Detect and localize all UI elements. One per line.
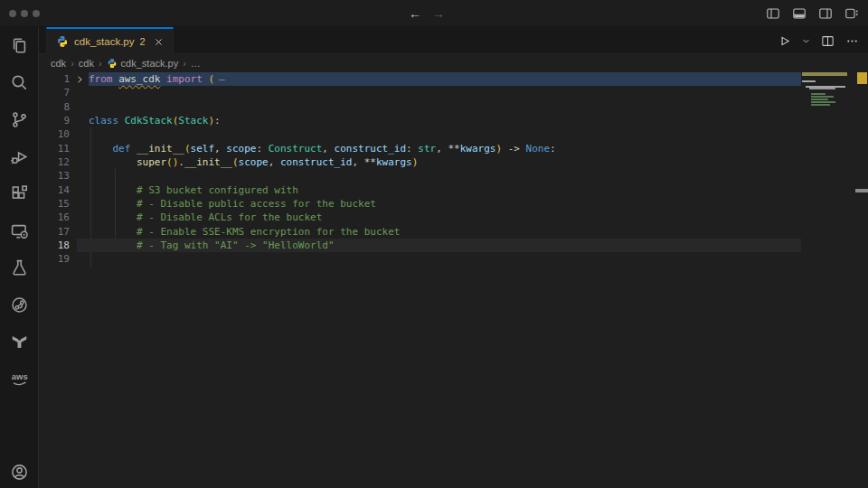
python-icon xyxy=(107,58,118,69)
activity-bar-item-terraform[interactable] xyxy=(0,324,39,361)
close-window-button[interactable] xyxy=(9,10,16,17)
fold-collapsed-icon[interactable] xyxy=(75,75,84,84)
layout-controls xyxy=(766,0,859,27)
toggle-primary-sidebar-icon[interactable] xyxy=(766,6,780,21)
activity-bar-item-explorer[interactable] xyxy=(0,27,39,64)
editor[interactable]: 1 from aws_cdk import (– 7 8 xyxy=(39,72,868,488)
activity-bar-item-source-control[interactable] xyxy=(0,101,39,138)
breadcrumb-separator: › xyxy=(182,58,187,69)
editor-actions xyxy=(778,27,859,54)
code-line[interactable]: 15 # - Disable public access for the buc… xyxy=(39,197,868,211)
code-line[interactable]: 19 xyxy=(39,252,868,266)
cursor-marker xyxy=(855,189,868,192)
terraform-icon xyxy=(10,333,29,352)
line-number[interactable]: 16 xyxy=(39,211,70,224)
code-line[interactable]: 13 xyxy=(39,169,868,183)
extensions-icon xyxy=(10,184,29,203)
minimap-line xyxy=(802,72,847,76)
tab-label: cdk_stack.py xyxy=(74,36,134,47)
explorer-icon xyxy=(10,36,29,55)
activity-bar-item-aws-toolkit[interactable] xyxy=(0,361,39,398)
vscode-window: ← → cdk_stack.py 2 xyxy=(0,0,868,488)
breadcrumb-item[interactable]: cdk_stack.py xyxy=(107,58,179,69)
code-line[interactable]: 12 super().__init__(scope, construct_id,… xyxy=(39,155,868,169)
line-number[interactable]: 12 xyxy=(39,155,70,169)
commit-graph-icon xyxy=(10,296,29,314)
line-number[interactable]: 19 xyxy=(39,252,70,266)
python-file-icon xyxy=(56,35,69,48)
minimap-line xyxy=(809,88,835,89)
line-number[interactable]: 13 xyxy=(39,169,70,183)
line-number[interactable]: 7 xyxy=(39,86,70,99)
minimap-line xyxy=(806,86,845,88)
run-dropdown-icon[interactable] xyxy=(802,37,810,45)
remote-explorer-icon xyxy=(10,221,29,240)
activity-bar-item-testing[interactable] xyxy=(0,249,39,286)
line-number[interactable]: 15 xyxy=(39,197,70,211)
source-control-icon xyxy=(10,110,29,129)
tab-bar: cdk_stack.py 2 xyxy=(39,27,868,54)
code-line[interactable]: 7 xyxy=(39,86,868,99)
minimize-window-button[interactable] xyxy=(21,10,28,17)
customize-layout-icon[interactable] xyxy=(844,6,859,21)
minimap-line xyxy=(811,101,835,103)
go-forward-button[interactable]: → xyxy=(432,6,445,21)
toggle-secondary-sidebar-icon[interactable] xyxy=(818,6,833,21)
activity-bar-item-remote-explorer[interactable] xyxy=(0,212,39,249)
overview-ruler[interactable] xyxy=(855,72,868,488)
code-line[interactable]: 16 # - Disable ACLs for the bucket xyxy=(39,211,868,224)
line-number[interactable]: 17 xyxy=(39,225,70,239)
breadcrumb-separator: › xyxy=(98,58,103,69)
warning-marker xyxy=(857,72,867,84)
minimap-line xyxy=(811,96,834,98)
accounts-icon[interactable] xyxy=(0,463,39,488)
tab-problems-badge: 2 xyxy=(139,36,145,47)
code-line[interactable]: 9 class CdkStack(Stack): xyxy=(39,114,868,127)
run-and-debug-icon xyxy=(10,147,29,166)
code-line[interactable]: 17 # - Enable SSE-KMS encryption for the… xyxy=(39,225,868,239)
code-line[interactable]: 11 def __init__(self, scope: Construct, … xyxy=(39,142,868,155)
go-back-button[interactable]: ← xyxy=(409,6,421,21)
testing-icon xyxy=(10,258,29,277)
breadcrumb-item[interactable]: cdk xyxy=(79,58,94,69)
line-number[interactable]: 10 xyxy=(39,127,70,141)
window-controls xyxy=(9,10,40,17)
activity-bar xyxy=(0,27,39,488)
line-number[interactable]: 14 xyxy=(39,183,70,197)
activity-bar-item-run-and-debug[interactable] xyxy=(0,138,39,175)
minimap-line xyxy=(802,80,816,82)
zoom-window-button[interactable] xyxy=(33,10,40,17)
code-line[interactable]: 18 # - Tag with "AI" -> "HelloWorld" xyxy=(39,239,868,252)
code-line[interactable]: 8 xyxy=(39,100,868,114)
search-icon xyxy=(10,73,29,92)
breadcrumb: cdk›cdk›cdk_stack.py›… xyxy=(39,54,868,72)
breadcrumb-item[interactable]: … xyxy=(191,58,201,69)
activity-bar-item-extensions[interactable] xyxy=(0,175,39,212)
breadcrumb-item[interactable]: cdk xyxy=(51,58,66,69)
split-editor-icon[interactable] xyxy=(821,34,835,48)
minimap-line xyxy=(811,104,830,106)
code-line[interactable]: 10 xyxy=(39,127,868,141)
code-line[interactable]: 1 from aws_cdk import (– xyxy=(39,72,868,86)
aws-toolkit-icon xyxy=(10,370,29,389)
run-python-file-icon[interactable] xyxy=(778,34,791,48)
line-number[interactable]: 8 xyxy=(39,100,70,114)
toggle-panel-icon[interactable] xyxy=(792,6,807,21)
tab-close-icon[interactable] xyxy=(154,37,164,47)
minimap-line xyxy=(811,99,828,100)
breadcrumb-separator: › xyxy=(70,58,75,69)
activity-bar-item-search[interactable] xyxy=(0,64,39,101)
line-number[interactable]: 18 xyxy=(39,239,70,252)
line-number[interactable]: 9 xyxy=(39,114,70,127)
minimap-line xyxy=(811,93,826,95)
titlebar: ← → xyxy=(0,0,868,27)
minimap[interactable] xyxy=(802,72,855,488)
tab-cdk-stack-py[interactable]: cdk_stack.py 2 xyxy=(46,27,174,54)
history-navigation: ← → xyxy=(409,0,445,27)
line-number[interactable]: 11 xyxy=(39,142,70,155)
code-lines: 1 from aws_cdk import (– 7 8 xyxy=(39,72,868,267)
activity-bar-item-commit-graph[interactable] xyxy=(0,286,39,324)
more-actions-icon[interactable] xyxy=(845,34,859,48)
line-number[interactable]: 1 xyxy=(39,72,70,86)
code-line[interactable]: 14 # S3 bucket configured with xyxy=(39,183,868,197)
